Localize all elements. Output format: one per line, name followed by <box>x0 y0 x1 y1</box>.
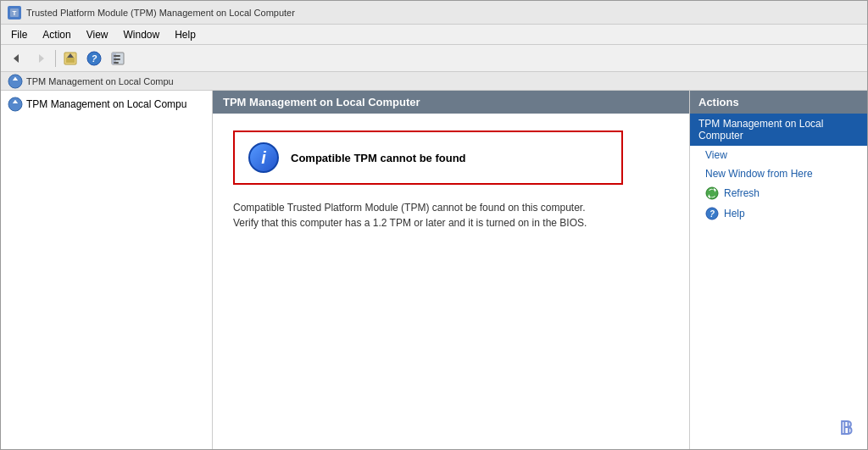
back-button[interactable] <box>6 48 28 69</box>
svg-text:T: T <box>13 9 17 17</box>
right-panel: Actions TPM Management on Local Computer… <box>689 91 867 450</box>
tree-item-tpm[interactable]: TPM Management on Local Compu <box>1 94 212 114</box>
forward-button[interactable] <box>30 48 52 69</box>
svg-rect-5 <box>66 58 75 63</box>
toolbar: ? <box>1 45 867 72</box>
breadcrumb-text: TPM Management on Local Compu <box>26 76 174 86</box>
left-panel: TPM Management on Local Compu <box>1 91 213 450</box>
title-bar: T Trusted Platform Module (TPM) Manageme… <box>1 1 867 25</box>
info-icon: i <box>248 142 279 173</box>
svg-rect-13 <box>114 62 119 64</box>
menu-file[interactable]: File <box>4 27 34 42</box>
menu-action[interactable]: Action <box>36 27 77 42</box>
action-view[interactable]: View <box>690 146 867 164</box>
help-toolbar-button[interactable]: ? <box>83 48 105 69</box>
svg-rect-11 <box>114 55 120 57</box>
refresh-icon <box>705 186 719 200</box>
svg-text:?: ? <box>92 53 97 64</box>
svg-point-17 <box>8 97 22 111</box>
svg-marker-3 <box>39 54 44 63</box>
title-bar-text: Trusted Platform Module (TPM) Management… <box>26 8 295 18</box>
up-button[interactable] <box>59 48 81 69</box>
center-header: TPM Management on Local Computer <box>213 91 689 114</box>
menu-bar: File Action View Window Help <box>1 25 867 45</box>
action-refresh[interactable]: Refresh <box>690 183 867 203</box>
main-layout: TPM Management on Local Compu TPM Manage… <box>1 91 867 450</box>
svg-rect-12 <box>114 58 120 60</box>
svg-text:?: ? <box>709 209 715 219</box>
console-button[interactable] <box>107 48 129 69</box>
center-panel: TPM Management on Local Computer i Compa… <box>213 91 689 450</box>
actions-header: Actions <box>690 91 867 114</box>
action-group-title: TPM Management on Local Computer <box>690 114 867 146</box>
help-icon: ? <box>705 207 719 220</box>
action-help[interactable]: ? Help <box>690 203 867 224</box>
action-new-window[interactable]: New Window from Here <box>690 164 867 183</box>
app-icon: T <box>8 6 21 19</box>
watermark: 𝔹 <box>839 418 853 440</box>
menu-view[interactable]: View <box>80 27 115 42</box>
breadcrumb-bar: TPM Management on Local Compu <box>1 72 867 91</box>
menu-window[interactable]: Window <box>117 27 167 42</box>
tree-item-label: TPM Management on Local Compu <box>26 98 186 110</box>
svg-marker-2 <box>14 54 19 63</box>
error-description: Compatible Trusted Platform Module (TPM)… <box>233 200 606 231</box>
toolbar-separator-1 <box>55 50 56 67</box>
center-content: i Compatible TPM cannot be found Compati… <box>213 114 689 247</box>
svg-point-14 <box>8 75 22 88</box>
menu-help[interactable]: Help <box>168 27 203 42</box>
error-box: i Compatible TPM cannot be found <box>233 131 623 185</box>
error-title: Compatible TPM cannot be found <box>291 152 466 164</box>
